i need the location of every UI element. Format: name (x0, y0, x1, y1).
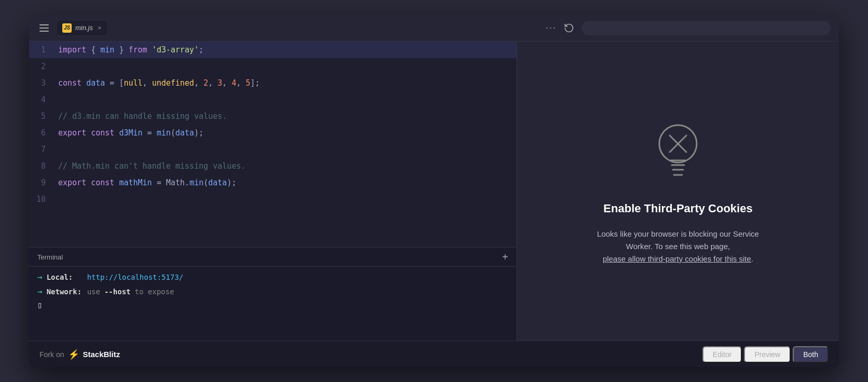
terminal-local-key: Local: (47, 271, 83, 283)
code-token: { (86, 45, 100, 54)
code-token: d3Min (119, 128, 142, 138)
code-token: const (91, 178, 114, 187)
preview-panel: Enable Third-Party Cookies Looks like yo… (517, 42, 839, 340)
code-token: const (58, 78, 82, 88)
code-token: , (208, 78, 218, 88)
tab-filename: min.js (75, 24, 93, 32)
js-badge: JS (62, 23, 72, 33)
code-token: ; (199, 45, 204, 54)
code-token: , (143, 78, 152, 88)
code-line: 3const data = [null, undefined, 2, 3, 4,… (29, 75, 517, 91)
code-token: = [ (105, 78, 124, 88)
code-token: ( (171, 128, 175, 138)
line-number: 3 (29, 75, 56, 91)
code-token (147, 45, 152, 54)
code-line: 5// d3.min can handle missing values. (29, 108, 517, 125)
code-token: data (208, 178, 227, 187)
terminal-body: → Local: http://localhost:5173/ → Networ… (29, 267, 517, 314)
code-token: , (194, 78, 204, 88)
code-token: min (157, 128, 171, 138)
terminal-panel: Terminal + → Local: http://localhost:517… (29, 247, 517, 340)
title-bar: JS min.js × ··· (29, 15, 839, 42)
terminal-network-line: → Network: use --host to expose (37, 285, 508, 298)
arrow-icon-local: → (37, 271, 43, 283)
code-line: 8// Math.min can't handle missing values… (29, 158, 517, 174)
footer-tab-both[interactable]: Both (793, 346, 829, 363)
line-number: 7 (29, 141, 56, 158)
line-content: export const mathMin = Math.min(data); (56, 174, 517, 191)
code-line: 10 (29, 191, 517, 208)
code-token (86, 178, 91, 187)
line-content: // d3.min can handle missing values. (56, 108, 517, 125)
footer-tab-preview[interactable]: Preview (744, 346, 791, 363)
preview-title: Enable Third-Party Cookies (603, 202, 752, 215)
code-token: undefined (152, 78, 194, 88)
line-content: const data = [null, undefined, 2, 3, 4, … (56, 75, 517, 91)
footer-view-tabs: EditorPreviewBoth (702, 346, 829, 363)
code-token: = (143, 128, 157, 138)
line-number: 10 (29, 191, 56, 208)
code-token: 2 (204, 78, 208, 88)
line-number: 8 (29, 158, 56, 174)
code-token: = (152, 178, 166, 187)
footer-tab-editor[interactable]: Editor (702, 346, 742, 363)
line-number: 9 (29, 174, 56, 191)
code-token: data (175, 128, 194, 138)
editor-panel: 1import { min } from 'd3-array';23const … (29, 42, 517, 340)
code-token: , (236, 78, 246, 88)
menu-icon[interactable] (37, 22, 51, 34)
more-options-button[interactable]: ··· (546, 22, 557, 33)
terminal-network-bold: --host (104, 285, 131, 298)
terminal-title: Terminal (37, 253, 63, 261)
stackblitz-brand: StackBlitz (83, 350, 120, 359)
code-token: min (100, 45, 114, 54)
code-token: 'd3-array' (152, 45, 199, 54)
line-number: 1 (29, 42, 56, 58)
code-line: 7 (29, 141, 517, 158)
file-tab[interactable]: JS min.js × (57, 21, 107, 35)
terminal-header: Terminal + (29, 248, 517, 267)
code-token: 3 (218, 78, 222, 88)
code-line: 1import { min } from 'd3-array'; (29, 42, 517, 58)
code-token: ( (204, 178, 208, 187)
line-content: // Math.min can't handle missing values. (56, 158, 517, 174)
terminal-add-button[interactable]: + (502, 252, 508, 262)
preview-description: Looks like your browser is blocking our … (590, 228, 766, 265)
terminal-network-suffix: to expose (135, 285, 174, 298)
code-token: data (86, 78, 105, 88)
terminal-local-url[interactable]: http://localhost:5173/ (87, 271, 183, 283)
app-container: JS min.js × ··· 1import { min } from 'd3… (29, 15, 839, 367)
code-token: min (189, 178, 204, 187)
code-token: mathMin (119, 178, 152, 187)
terminal-cursor: ▯ (37, 300, 508, 310)
bolt-icon: ⚡ (68, 349, 79, 360)
code-token: } (114, 45, 128, 54)
tab-close-button[interactable]: × (98, 24, 102, 32)
stackblitz-link[interactable]: ⚡ StackBlitz (68, 349, 120, 360)
arrow-icon-network: → (37, 285, 43, 298)
code-token (86, 128, 91, 138)
line-number: 2 (29, 58, 56, 75)
preview-cookies-link[interactable]: please allow third-party cookies for thi… (603, 254, 751, 263)
code-token: ]; (250, 78, 260, 88)
line-number: 6 (29, 125, 56, 141)
code-token: export (58, 128, 86, 138)
reload-button[interactable] (564, 23, 574, 33)
code-token: null (124, 78, 142, 88)
code-token: // Math.min can't handle missing values. (58, 161, 246, 171)
code-token: // d3.min can handle missing values. (58, 112, 227, 121)
code-token: from (128, 45, 147, 54)
code-token: ); (194, 128, 204, 138)
code-token: export (58, 178, 86, 187)
url-bar[interactable] (581, 21, 831, 35)
main-content: 1import { min } from 'd3-array';23const … (29, 42, 839, 340)
code-token: const (91, 128, 114, 138)
code-line: 2 (29, 58, 517, 75)
code-token (82, 78, 86, 88)
line-number: 4 (29, 91, 56, 108)
code-token: 5 (246, 78, 250, 88)
code-area: 1import { min } from 'd3-array';23const … (29, 42, 517, 247)
fork-label: Fork on (39, 350, 64, 359)
code-token: Math. (166, 178, 189, 187)
code-token: ); (227, 178, 236, 187)
